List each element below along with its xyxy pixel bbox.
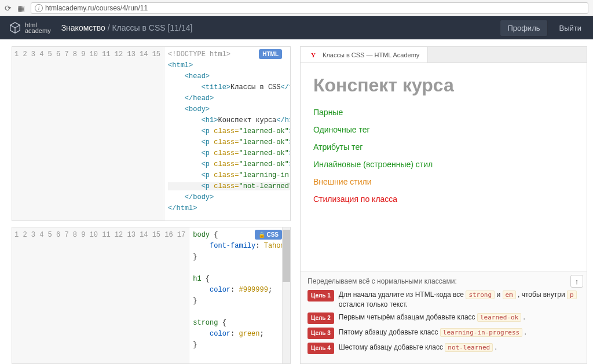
goal-text: Для начала удалите из HTML-кода все stro…: [339, 290, 580, 309]
goal-pill: Цель 3: [308, 328, 334, 339]
url-text: htmlacademy.ru/courses/4/run/11: [45, 4, 148, 12]
editors-pane: HTML 1 2 3 4 5 6 7 8 9 10 11 12 13 14 15…: [0, 39, 295, 364]
tab-title: Классы в CSS — HTML Academy: [323, 52, 419, 58]
lock-icon: 🔒: [258, 231, 265, 238]
goals-panel: ↑ Переделываем всё с нормальными классам…: [301, 271, 587, 363]
profile-button[interactable]: Профиль: [500, 20, 547, 36]
goal-text: Первым четырём абзацам добавьте класс le…: [339, 312, 525, 322]
apps-icon[interactable]: ▦: [17, 3, 25, 13]
preview-paragraph: Внешние стили: [313, 177, 574, 186]
preview-heading: Конспект курса: [313, 75, 574, 96]
preview-paragraph: Атрибуты тег: [313, 142, 574, 152]
goal-text: Шестому абзацу добавьте класс not-learne…: [339, 343, 497, 352]
reload-icon[interactable]: ⟳: [5, 3, 12, 13]
css-code[interactable]: body { font-family: Tahoma, serif; } h1 …: [189, 227, 282, 363]
main-layout: HTML 1 2 3 4 5 6 7 8 9 10 11 12 13 14 15…: [0, 39, 593, 364]
address-bar[interactable]: i htmlacademy.ru/courses/4/run/11: [31, 2, 588, 14]
preview-paragraph: Одиночные тег: [313, 125, 574, 134]
goal-row: Цель 4Шестому абзацу добавьте класс not-…: [308, 343, 580, 354]
browser-toolbar: ⟳ ▦ i htmlacademy.ru/courses/4/run/11: [0, 0, 593, 16]
goal-row: Цель 3Пятому абзацу добавьте класс learn…: [308, 328, 580, 339]
gutter: 1 2 3 4 5 6 7 8 9 10 11 12 13 14 15: [12, 47, 164, 220]
breadcrumb: Знакомство / Классы в CSS [11/14]: [61, 23, 193, 32]
goal-pill: Цель 2: [308, 312, 334, 324]
goal-pill: Цель 1: [308, 290, 334, 302]
scrollbar[interactable]: [282, 227, 290, 363]
preview-paragraph: Инлайновые (встроенные) стил: [313, 160, 574, 169]
goal-row: Цель 1Для начала удалите из HTML-кода вс…: [308, 290, 580, 309]
breadcrumb-page: Классы в CSS [11/14]: [112, 23, 192, 32]
header-right: Профиль Выйти: [500, 20, 588, 36]
logo-cube-icon: [9, 21, 21, 34]
preview-body: Конспект курса ПарныеОдиночные тегАтрибу…: [301, 63, 587, 271]
logo[interactable]: html academy: [9, 21, 51, 34]
preview-tab[interactable]: Y Классы в CSS — HTML Academy: [301, 47, 428, 62]
html-code[interactable]: <!DOCTYPE html> <html> <head> <title>Кла…: [164, 47, 290, 220]
css-editor[interactable]: 🔒CSS 1 2 3 4 5 6 7 8 9 10 11 12 13 14 15…: [12, 227, 291, 364]
goal-text: Пятому абзацу добавьте класс learning-in…: [339, 328, 526, 337]
app-header: html academy Знакомство / Классы в CSS […: [0, 16, 593, 39]
html-editor[interactable]: HTML 1 2 3 4 5 6 7 8 9 10 11 12 13 14 15…: [12, 46, 291, 221]
scroll-up-button[interactable]: ↑: [570, 275, 583, 288]
css-badge: 🔒CSS: [255, 230, 282, 240]
yandex-icon: Y: [309, 50, 318, 60]
preview-paragraph: Стилизация по класса: [313, 194, 574, 204]
scroll-thumb[interactable]: [283, 230, 290, 282]
logout-button[interactable]: Выйти: [552, 20, 589, 36]
goal-pill: Цель 4: [308, 343, 334, 354]
html-badge: HTML: [259, 49, 282, 59]
preview-window: Y Классы в CSS — HTML Academy Конспект к…: [300, 46, 587, 364]
info-icon[interactable]: i: [35, 4, 43, 12]
preview-tabbar: Y Классы в CSS — HTML Academy: [301, 47, 587, 63]
logo-text: html academy: [25, 22, 51, 34]
goals-title: Переделываем всё с нормальными классами:: [308, 277, 580, 285]
preview-pane: Y Классы в CSS — HTML Academy Конспект к…: [295, 39, 593, 364]
gutter: 1 2 3 4 5 6 7 8 9 10 11 12 13 14 15 16 1…: [12, 227, 189, 363]
preview-paragraph: Парные: [313, 108, 574, 117]
breadcrumb-root[interactable]: Знакомство: [61, 23, 105, 32]
goal-row: Цель 2Первым четырём абзацам добавьте кл…: [308, 312, 580, 324]
